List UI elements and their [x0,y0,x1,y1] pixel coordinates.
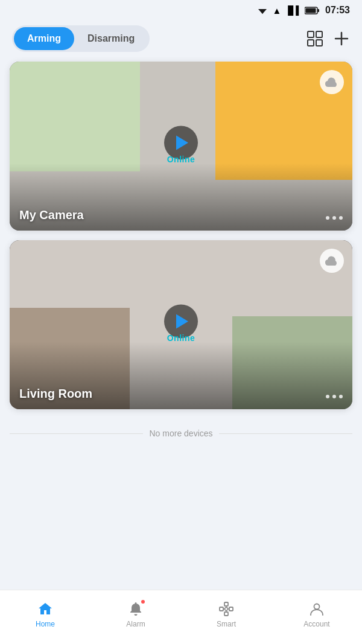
add-device-button[interactable] [333,30,350,47]
svg-text:▼: ▼ [260,8,266,15]
camera-status-1: Online [167,155,195,164]
wifi-icon: ▼ [256,6,268,15]
header-actions [306,30,350,47]
camera-status-2: Online [167,333,195,343]
account-nav-icon [308,601,325,617]
cloud-storage-icon-2 [320,249,344,273]
bottom-navigation: Home Alarm Smart [0,590,362,644]
nav-item-home[interactable]: Home [0,601,91,628]
alarm-badge [140,599,146,605]
svg-rect-8 [316,40,322,46]
home-icon [37,601,53,617]
time-display: 07:53 [325,5,350,16]
svg-rect-7 [308,40,314,46]
svg-point-19 [225,607,228,610]
svg-rect-6 [316,31,322,37]
svg-rect-11 [224,602,228,606]
alarm-nav-icon [127,601,144,617]
svg-rect-5 [308,31,314,37]
grid-icon [306,30,323,47]
svg-rect-3 [318,9,320,12]
plus-icon [333,30,350,47]
nav-item-alarm[interactable]: Alarm [91,601,181,628]
disarming-button[interactable]: Disarming [74,27,148,50]
header: Arming Disarming [0,21,362,62]
camera-card-2[interactable]: Online Living Room [10,240,352,409]
play-triangle-1 [176,135,188,150]
svg-rect-12 [220,607,223,611]
bottom-spacer [10,453,352,513]
svg-rect-4 [306,8,316,13]
signal-icon: ▐▌▌ [285,5,301,15]
svg-point-20 [314,604,320,609]
no-more-text: No more devices [149,429,212,438]
status-bar: ▼ ▲ ▐▌▌ 07:53 [0,0,362,21]
battery-icon [305,7,319,14]
cloud-storage-icon-1 [320,70,344,94]
account-nav-label: Account [303,620,329,628]
camera-card-1[interactable]: Online My Camera [10,62,352,231]
smart-nav-label: Smart [217,620,236,628]
alarm-nav-label: Alarm [126,620,145,628]
dot-2 [332,216,336,220]
account-icon [309,601,325,617]
dot-5 [332,395,336,398]
more-options-2[interactable] [326,395,343,398]
grid-view-button[interactable] [306,30,323,47]
camera-name-2: Living Room [19,387,92,401]
dot-3 [339,216,343,220]
nav-item-account[interactable]: Account [272,601,362,628]
smart-nav-icon [218,601,235,617]
no-more-devices: No more devices [10,419,352,443]
dot-1 [326,216,329,220]
dot-4 [326,395,329,398]
arming-toggle[interactable]: Arming Disarming [12,25,150,52]
dot-6 [339,395,343,398]
svg-rect-13 [229,607,233,611]
play-triangle-2 [176,314,188,328]
cloud-icon-2 [325,256,338,266]
arming-button[interactable]: Arming [14,27,74,50]
cloud-icon [325,77,338,87]
svg-rect-14 [224,612,228,616]
home-nav-icon [37,601,54,617]
home-nav-label: Home [36,620,55,628]
nav-item-smart[interactable]: Smart [181,601,272,628]
smart-icon [218,601,234,617]
camera-list: Online My Camera Online Living Room No m… [0,62,362,513]
more-options-1[interactable] [326,216,343,220]
camera-name-1: My Camera [19,208,84,222]
wifi-icon: ▲ [272,5,281,16]
